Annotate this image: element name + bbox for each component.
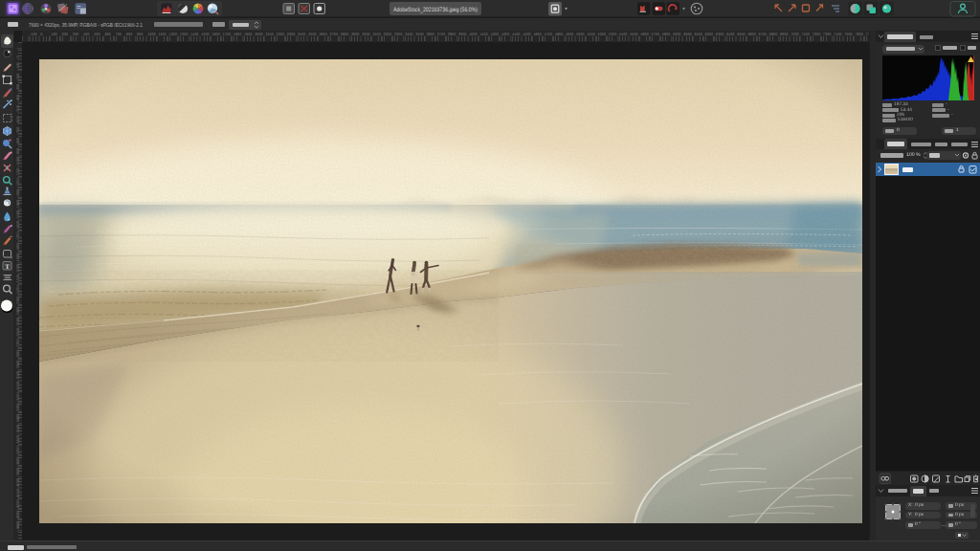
svg-text:4700: 4700 xyxy=(545,33,552,36)
svg-text:4500: 4500 xyxy=(523,33,530,36)
svg-text:7400: 7400 xyxy=(834,33,841,36)
svg-text:4600: 4600 xyxy=(533,33,541,36)
svg-text:6400: 6400 xyxy=(726,33,734,36)
svg-text:7100: 7100 xyxy=(801,33,809,36)
svg-text:7500: 7500 xyxy=(844,33,852,36)
svg-text:5700: 5700 xyxy=(652,33,659,36)
svg-text:4100: 4100 xyxy=(479,33,487,36)
svg-text:1400: 1400 xyxy=(16,200,20,208)
svg-text:2000: 2000 xyxy=(16,264,20,272)
svg-text:6900: 6900 xyxy=(780,33,788,36)
svg-text:2100: 2100 xyxy=(265,33,273,36)
svg-text:2300: 2300 xyxy=(16,297,20,304)
svg-text:1700: 1700 xyxy=(16,231,20,239)
svg-text:AdobeStock_202169736.jpeg (56.: AdobeStock_202169736.jpeg (56.0%) xyxy=(393,7,478,13)
svg-text:1800: 1800 xyxy=(234,33,241,36)
svg-text:3400: 3400 xyxy=(405,33,412,36)
svg-text:1200: 1200 xyxy=(169,33,177,36)
svg-text:0: 0 xyxy=(40,33,42,36)
svg-text:7200: 7200 xyxy=(813,33,820,36)
svg-text:1400: 1400 xyxy=(190,33,198,36)
svg-text:4100: 4100 xyxy=(16,489,20,496)
svg-text:2200: 2200 xyxy=(16,285,20,293)
svg-text:6500: 6500 xyxy=(737,33,745,36)
svg-text:T: T xyxy=(5,263,10,271)
svg-text:3800: 3800 xyxy=(16,457,20,465)
svg-text:900: 900 xyxy=(137,33,143,36)
svg-text:3100: 3100 xyxy=(16,382,20,389)
svg-text:1100: 1100 xyxy=(16,168,20,176)
svg-text:1700: 1700 xyxy=(223,33,231,36)
svg-text:200: 200 xyxy=(16,74,20,79)
svg-text:6600: 6600 xyxy=(747,33,755,36)
svg-text:6700: 6700 xyxy=(759,33,767,36)
svg-text:6800: 6800 xyxy=(769,33,777,36)
svg-text:-100: -100 xyxy=(30,33,37,36)
svg-text:2800: 2800 xyxy=(341,33,348,36)
svg-text:1600: 1600 xyxy=(212,33,219,36)
svg-text:5400: 5400 xyxy=(619,33,627,36)
svg-text:300: 300 xyxy=(16,84,20,90)
svg-text:2900: 2900 xyxy=(351,33,359,36)
svg-text:1500: 1500 xyxy=(16,210,20,218)
svg-text:2400: 2400 xyxy=(298,33,305,36)
svg-text:1100: 1100 xyxy=(158,33,166,36)
svg-text:7000: 7000 xyxy=(791,33,798,36)
svg-text:1200: 1200 xyxy=(16,178,20,186)
svg-text:3700: 3700 xyxy=(16,446,20,453)
svg-text:3600: 3600 xyxy=(16,435,20,443)
svg-text:4000: 4000 xyxy=(16,478,20,486)
svg-text:4000: 4000 xyxy=(469,33,477,36)
svg-text:3700: 3700 xyxy=(437,33,445,36)
svg-text:2900: 2900 xyxy=(16,361,20,368)
svg-text:3300: 3300 xyxy=(16,404,20,411)
svg-text:1800: 1800 xyxy=(16,243,20,251)
svg-text:2700: 2700 xyxy=(330,33,338,36)
svg-text:4200: 4200 xyxy=(491,33,499,36)
svg-text:3300: 3300 xyxy=(394,33,402,36)
svg-text:0: 0 xyxy=(16,55,20,57)
svg-text:1600: 1600 xyxy=(16,221,20,229)
svg-text:5100: 5100 xyxy=(587,33,594,36)
svg-text:2700: 2700 xyxy=(16,339,20,346)
svg-text:5500: 5500 xyxy=(630,33,637,36)
svg-text:800: 800 xyxy=(16,138,20,143)
svg-text:1300: 1300 xyxy=(16,189,20,197)
svg-text:600: 600 xyxy=(16,116,20,121)
svg-text:6100: 6100 xyxy=(694,33,702,36)
svg-text:700: 700 xyxy=(116,33,122,36)
svg-text:7300: 7300 xyxy=(823,33,831,36)
svg-text:7600: 7600 xyxy=(855,33,862,36)
svg-text:4200: 4200 xyxy=(16,499,20,507)
svg-text:2400: 2400 xyxy=(16,307,20,315)
svg-text:4400: 4400 xyxy=(16,521,20,529)
svg-text:1000: 1000 xyxy=(16,157,20,165)
svg-text:2100: 2100 xyxy=(16,275,20,282)
svg-text:5800: 5800 xyxy=(662,33,670,36)
svg-text:1000: 1000 xyxy=(147,33,155,36)
svg-text:100: 100 xyxy=(51,33,56,36)
svg-text:3200: 3200 xyxy=(384,33,391,36)
svg-text:2500: 2500 xyxy=(16,318,20,325)
svg-text:1300: 1300 xyxy=(180,33,188,36)
svg-text:4300: 4300 xyxy=(16,511,20,518)
svg-text:5900: 5900 xyxy=(673,33,680,36)
svg-text:3000: 3000 xyxy=(362,33,369,36)
svg-text:3100: 3100 xyxy=(372,33,380,36)
svg-text:600: 600 xyxy=(104,33,110,36)
svg-text:5600: 5600 xyxy=(640,33,648,36)
svg-text:300: 300 xyxy=(73,33,78,36)
svg-text:3000: 3000 xyxy=(16,371,20,379)
svg-text:3500: 3500 xyxy=(16,425,20,432)
svg-text:400: 400 xyxy=(16,95,20,100)
svg-text:700: 700 xyxy=(16,127,20,133)
svg-text:6300: 6300 xyxy=(716,33,724,36)
svg-text:100: 100 xyxy=(16,62,20,68)
svg-text:400: 400 xyxy=(83,33,89,36)
svg-text:6200: 6200 xyxy=(705,33,713,36)
svg-text:3900: 3900 xyxy=(16,468,20,475)
svg-text:5300: 5300 xyxy=(609,33,616,36)
svg-text:2600: 2600 xyxy=(16,328,20,336)
svg-text:7680 × 4320px, 35.9MP, RGBA/: 7680 × 4320px, 35.9MP, RGBA/8 - sRGB IEC… xyxy=(29,22,143,29)
svg-text:2500: 2500 xyxy=(308,33,316,36)
